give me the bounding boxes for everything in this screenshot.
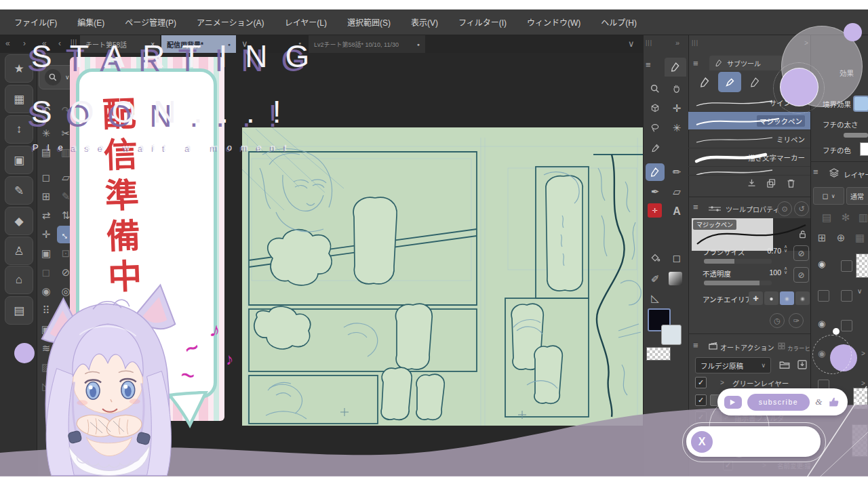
layer-panel-menu-icon[interactable]: ≡ (813, 167, 818, 177)
brush-tool-icon[interactable]: ✒ (646, 183, 665, 201)
canvas-tab-overflow-chevron-icon[interactable]: ∨ (628, 39, 635, 49)
palette-edit-material-icon[interactable]: ✎ (5, 176, 33, 205)
blend-mode-select[interactable]: 通常 (846, 187, 868, 205)
text-tool-icon[interactable]: A (667, 203, 686, 220)
layer-thumbnail-mode-select[interactable]: ◻∨ (813, 187, 844, 205)
pen-tool-selected-icon[interactable] (646, 163, 665, 181)
duplicate-subtool-icon[interactable] (766, 178, 777, 189)
property-lock-button[interactable]: ⊙ (777, 201, 792, 216)
antialias-none-button[interactable]: ✚ (749, 291, 763, 305)
opacity-dynamics-button[interactable]: ⊘ (793, 267, 809, 283)
palette-arrange-icon[interactable]: ↕ (5, 115, 33, 144)
stroke-lock-icon[interactable] (797, 229, 808, 239)
panel-handle-icon[interactable]: ||| (646, 39, 652, 46)
sub-color-swatch[interactable] (661, 325, 682, 345)
tool-menu-icon[interactable]: ≡ (646, 60, 659, 73)
brush-row-lettering-marker[interactable]: 描き文字マーカー (688, 148, 810, 167)
decoration-tool-red-icon[interactable]: ✛ (648, 203, 662, 218)
menu-edit[interactable]: 編集(E) (67, 16, 115, 28)
menu-window[interactable]: ウィンドウ(W) (517, 16, 591, 28)
layer-ref-icon[interactable]: ▥ (854, 209, 868, 226)
opacity-stepper[interactable]: ∧∨ (784, 266, 787, 274)
layer-effect-icon[interactable]: ✻ (837, 209, 854, 226)
fill-bucket-tool-icon[interactable] (646, 249, 665, 267)
tool-tab-pen-icon[interactable] (665, 58, 686, 77)
stroke-history-icon[interactable]: ◷ (770, 313, 785, 328)
subscribe-button[interactable]: subscribe (747, 394, 810, 411)
subtool-tab[interactable]: サブツール (709, 56, 784, 70)
layer-check-frame[interactable] (841, 320, 852, 331)
gradient-tool-icon[interactable] (669, 272, 682, 285)
brush-size-slider[interactable] (704, 259, 772, 264)
palette-favorites-icon[interactable]: ★ (5, 54, 33, 83)
auto-action-menu-icon[interactable]: ≡ (693, 340, 698, 350)
manga-canvas[interactable] (242, 127, 643, 426)
youtube-icon[interactable] (724, 396, 742, 409)
layer-check-frame[interactable] (841, 290, 852, 302)
brush-row-magicpen-selected[interactable]: マジックペン (688, 112, 810, 130)
layer-collapse-chevron-icon[interactable]: ∨ (857, 287, 862, 295)
zoom-tool-icon[interactable] (646, 80, 665, 98)
figure-tool-icon[interactable]: ◻ (667, 249, 686, 267)
action-row1-label[interactable]: グリーンレイヤー (732, 378, 789, 388)
opacity-slider[interactable] (704, 281, 772, 285)
canvas-size-icon[interactable]: ▣ (37, 245, 55, 262)
x-logo-icon[interactable]: X (691, 431, 713, 453)
brush-size-stepper[interactable]: ∧∨ (784, 245, 787, 253)
action-row3-checkbox[interactable]: ✓ (695, 411, 707, 423)
delete-layer-icon[interactable]: ▦ (851, 229, 868, 247)
border-effect-toggle[interactable] (853, 96, 868, 112)
layer-visible-eye-icon[interactable]: ◉ (818, 259, 825, 269)
brush-row-partial[interactable] (688, 167, 810, 176)
brush-size-dynamics-button[interactable]: ⊘ (793, 245, 809, 261)
palette-pose-material-icon[interactable]: ♙ (5, 237, 33, 265)
tab-nav-first-icon[interactable]: « (5, 39, 10, 48)
auto-select-wand-icon[interactable]: ✳ (667, 119, 686, 137)
operation-3d-tool-icon[interactable] (646, 100, 665, 117)
menu-layer[interactable]: レイヤー(L) (275, 16, 337, 28)
antialias-weak-button[interactable]: ● (764, 291, 778, 305)
flip-horizontal-icon[interactable]: ⇄ (37, 207, 55, 224)
menu-view[interactable]: 表示(V) (401, 16, 448, 28)
menu-help[interactable]: ヘルプ(H) (591, 16, 647, 28)
selection-launcher-icon[interactable]: ◻ (37, 264, 55, 281)
transform-marquee-icon[interactable]: ◻ (37, 169, 55, 186)
palette-materials-pattern-icon[interactable]: ▦ (5, 85, 33, 113)
subtool-group-pen2-selected-icon[interactable] (718, 72, 741, 92)
layer-thumbnail-checker[interactable] (852, 424, 868, 457)
delete-subtool-trash-icon[interactable] (785, 178, 797, 189)
edge-color-swatch[interactable] (860, 142, 868, 156)
import-subtool-icon[interactable] (746, 178, 757, 189)
hand-tool-icon[interactable] (667, 80, 686, 98)
lasso-tool-icon[interactable] (646, 119, 665, 137)
marker-tool-icon[interactable]: ✐ (646, 270, 665, 288)
tool-property-menu-icon[interactable]: ≡ (693, 202, 698, 212)
brush-row-millipen[interactable]: ミリペン (688, 130, 810, 148)
auto-action-set-select[interactable]: フルデジ原稿 ∨ (695, 357, 771, 373)
menu-animation[interactable]: アニメーション(A) (186, 16, 275, 28)
panel-handle-icon[interactable]: ||| (692, 39, 698, 46)
transparent-color-swatch[interactable] (646, 347, 671, 361)
mesh-transform-icon[interactable]: ⊞ (37, 188, 55, 205)
tab-nav-next-icon[interactable]: › (23, 39, 26, 48)
new-layer-folder-icon[interactable]: ⊕ (832, 229, 850, 247)
custom-settings-icon[interactable]: ✑ (789, 313, 804, 328)
property-reset-button[interactable]: ↺ (794, 201, 809, 216)
eyedropper-tool-icon[interactable] (646, 139, 665, 157)
layer-check-frame[interactable] (841, 260, 852, 272)
edge-width-slider[interactable] (844, 133, 868, 138)
palette-image-material-icon[interactable]: ▣ (5, 146, 33, 174)
x-banner[interactable]: X (686, 426, 821, 457)
thumbs-up-icon[interactable] (827, 395, 841, 409)
color-history-tab[interactable]: カラーヒストリー (787, 344, 810, 352)
layer-thumbnail-checker[interactable] (853, 388, 868, 409)
layer-thumbnail-checker[interactable] (856, 253, 868, 278)
subtool-group-pen1-icon[interactable] (693, 72, 716, 92)
menu-filter[interactable]: フィルター(I) (448, 16, 517, 28)
action-row1-expand-icon[interactable]: > (720, 379, 724, 386)
palette-3d-material-icon[interactable]: ◆ (5, 207, 33, 235)
antialias-strong-button[interactable]: ● (795, 291, 810, 305)
opacity-value[interactable]: 100 (762, 268, 781, 277)
menu-page-manage[interactable]: ページ管理(P) (115, 16, 186, 28)
action-row2-checkbox[interactable]: ✓ (695, 394, 707, 406)
